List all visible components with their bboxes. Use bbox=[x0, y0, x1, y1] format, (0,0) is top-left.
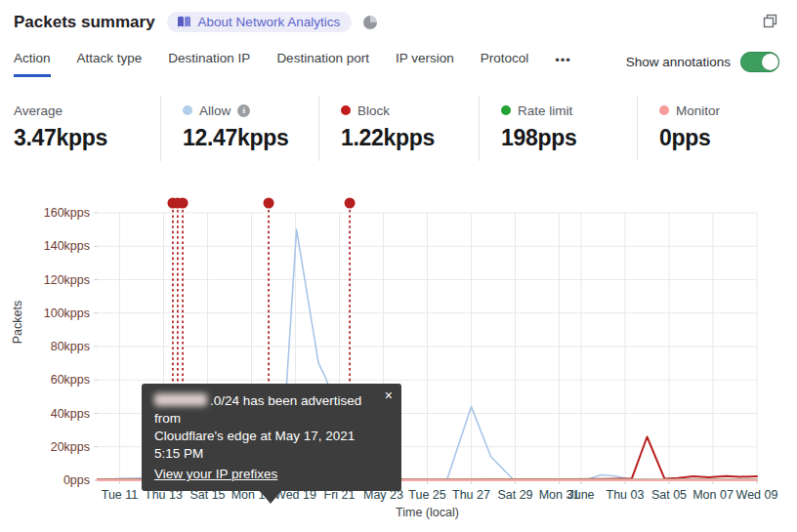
y-tick-label: 140kpps bbox=[44, 239, 90, 253]
monitor-dot-icon bbox=[659, 105, 669, 115]
y-tick-label: 20kpps bbox=[51, 440, 90, 454]
view-ip-prefixes-link[interactable]: View your IP prefixes bbox=[154, 466, 277, 483]
x-tick-label: Sat 29 bbox=[497, 488, 532, 502]
x-axis-title: Time (local) bbox=[396, 506, 459, 519]
y-tick-label: 40kpps bbox=[51, 407, 90, 421]
show-annotations-control: Show annotations bbox=[626, 52, 779, 72]
show-annotations-toggle[interactable] bbox=[740, 52, 779, 72]
x-tick-label: June bbox=[567, 488, 594, 502]
summary-tabs: Action Attack type Destination IP Destin… bbox=[14, 51, 571, 77]
page-title: Packets summary bbox=[14, 13, 155, 32]
x-tick-label: Sat 05 bbox=[651, 488, 687, 502]
tab-ip-version[interactable]: IP version bbox=[396, 51, 454, 74]
stat-rate-limit-value: 198pps bbox=[501, 125, 637, 151]
stat-rate-limit: Rate limit 198pps bbox=[479, 96, 637, 161]
tab-attack-type[interactable]: Attack type bbox=[77, 51, 143, 74]
y-tick-label: 80kpps bbox=[51, 340, 90, 353]
rate-limit-dot-icon bbox=[501, 105, 511, 115]
stat-monitor: Monitor 0pps bbox=[637, 96, 797, 161]
about-network-analytics-badge[interactable]: About Network Analytics bbox=[167, 12, 353, 32]
y-tick-label: 60kpps bbox=[51, 373, 90, 387]
show-annotations-label: Show annotations bbox=[626, 55, 731, 69]
more-tabs-ellipsis-icon[interactable]: ••• bbox=[555, 51, 571, 67]
tab-action[interactable]: Action bbox=[14, 51, 51, 77]
stat-allow: Allow i 12.47kpps bbox=[160, 96, 318, 161]
stat-rate-limit-label: Rate limit bbox=[518, 103, 572, 118]
y-tick-label: 0pps bbox=[63, 473, 90, 487]
redacted-ip-prefix bbox=[154, 393, 207, 406]
tooltip-line1: .0/24 has been advertised from bbox=[154, 392, 376, 428]
y-tick-label: 100kpps bbox=[44, 307, 90, 320]
stat-block-value: 1.22kpps bbox=[341, 125, 479, 151]
x-tick-label: Thu 03 bbox=[607, 488, 645, 502]
stat-monitor-value: 0pps bbox=[659, 125, 797, 151]
y-tick-label: 120kpps bbox=[44, 273, 90, 287]
block-dot-icon bbox=[341, 105, 351, 115]
toggle-knob bbox=[762, 54, 778, 70]
open-in-new-window-icon[interactable] bbox=[763, 14, 777, 28]
stat-allow-value: 12.47kpps bbox=[183, 125, 318, 151]
y-tick-label: 160kpps bbox=[44, 206, 90, 220]
x-tick-label: Tue 11 bbox=[102, 488, 139, 502]
stat-monitor-label: Monitor bbox=[676, 103, 720, 118]
stat-average-label: Average bbox=[14, 103, 63, 118]
annotation-dot[interactable] bbox=[264, 198, 274, 209]
stats-row: Average 3.47kpps Allow i 12.47kpps Block… bbox=[0, 96, 797, 161]
tab-destination-port[interactable]: Destination port bbox=[276, 51, 369, 74]
pie-chart-icon[interactable] bbox=[363, 16, 377, 29]
tooltip-line2: Cloudflare's edge at May 17, 2021 5:15 P… bbox=[154, 428, 376, 463]
tab-destination-ip[interactable]: Destination IP bbox=[168, 51, 250, 74]
close-icon[interactable]: × bbox=[385, 389, 393, 402]
x-tick-label: Tue 25 bbox=[408, 488, 446, 502]
info-icon[interactable]: i bbox=[237, 104, 250, 117]
tooltip-caret bbox=[260, 491, 281, 504]
x-tick-label: Thu 27 bbox=[452, 488, 490, 502]
tab-protocol[interactable]: Protocol bbox=[481, 51, 529, 74]
book-icon bbox=[177, 16, 191, 28]
page-header: Packets summary About Network Analytics bbox=[14, 12, 377, 32]
stat-average: Average 3.47kpps bbox=[0, 96, 160, 161]
annotation-dot[interactable] bbox=[345, 198, 356, 209]
annotation-tooltip: × .0/24 has been advertised from Cloudfl… bbox=[142, 384, 401, 491]
annotation-dot[interactable] bbox=[178, 198, 189, 209]
stat-allow-label: Allow bbox=[199, 103, 231, 118]
stat-average-value: 3.47kpps bbox=[14, 125, 160, 151]
about-badge-label: About Network Analytics bbox=[198, 15, 341, 29]
x-tick-label: Wed 09 bbox=[736, 488, 778, 502]
x-tick-label: Mon 07 bbox=[692, 488, 734, 502]
allow-dot-icon bbox=[183, 105, 192, 115]
stat-block: Block 1.22kpps bbox=[318, 96, 479, 161]
stat-block-label: Block bbox=[357, 103, 390, 118]
y-axis-title: Packets bbox=[11, 301, 24, 344]
